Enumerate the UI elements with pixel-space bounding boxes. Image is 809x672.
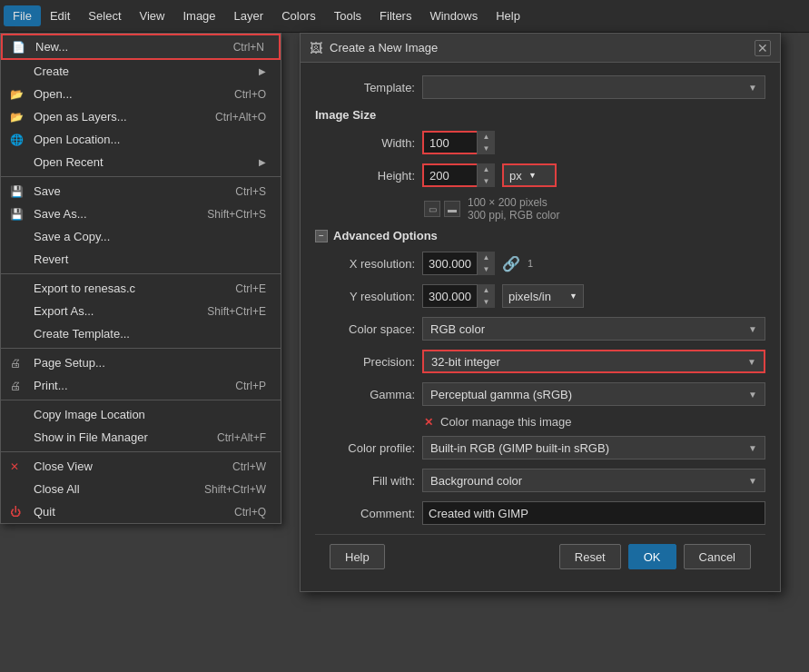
precision-arrow: ▼ — [747, 357, 756, 367]
open-icon: 📂 — [10, 88, 24, 101]
save-icon: 💾 — [10, 185, 24, 198]
menu-tools[interactable]: Tools — [325, 5, 370, 26]
dialog-body: Template: ▼ Image Size Width: ▲ ▼ Height… — [301, 63, 780, 591]
menu-item-export-as[interactable]: Export As... Shift+Ctrl+E — [1, 300, 281, 322]
menu-item-create-template[interactable]: Create Template... — [1, 322, 281, 345]
menu-item-copy-location[interactable]: Copy Image Location — [1, 403, 281, 426]
menu-item-new[interactable]: 📄 New... Ctrl+N — [1, 34, 281, 60]
color-profile-dropdown[interactable]: Built-in RGB (GIMP built-in sRGB) ▼ — [422, 436, 765, 460]
x-resolution-increment[interactable]: ▲ — [477, 252, 495, 263]
menu-item-quit[interactable]: ⏻ Quit Ctrl+Q — [1, 500, 281, 523]
width-decrement-button[interactable]: ▼ — [477, 143, 495, 154]
dialog-footer: Help Reset OK Cancel — [315, 534, 765, 578]
width-row: Width: ▲ ▼ — [315, 131, 765, 154]
menu-item-open[interactable]: 📂 Open... Ctrl+O — [1, 83, 281, 105]
menu-layer[interactable]: Layer — [225, 5, 273, 26]
close-view-icon: ✕ — [10, 460, 19, 473]
help-button[interactable]: Help — [330, 544, 385, 569]
menu-item-close-all[interactable]: Close All Shift+Ctrl+W — [1, 478, 281, 500]
dialog-titlebar: 🖼 Create a New Image ✕ — [301, 34, 780, 63]
menu-item-open-layers[interactable]: 📂 Open as Layers... Ctrl+Alt+O — [1, 105, 281, 128]
color-profile-value: Built-in RGB (GIMP built-in sRGB) — [430, 441, 609, 455]
precision-dropdown[interactable]: 32-bit integer ▼ — [422, 350, 765, 373]
menu-windows[interactable]: Windows — [420, 5, 487, 26]
x-resolution-decrement[interactable]: ▼ — [477, 263, 495, 275]
gamma-arrow: ▼ — [748, 390, 757, 400]
submenu-arrow-recent: ▶ — [259, 157, 266, 167]
menu-edit[interactable]: Edit — [41, 5, 79, 26]
submenu-arrow: ▶ — [259, 66, 266, 76]
save-as-icon: 💾 — [10, 208, 24, 221]
menu-item-save[interactable]: 💾 Save Ctrl+S — [1, 180, 281, 203]
height-row: Height: ▲ ▼ px ▼ — [315, 163, 765, 187]
cancel-button[interactable]: Cancel — [684, 544, 751, 569]
comment-input[interactable] — [422, 501, 765, 525]
color-profile-label: Color profile: — [315, 441, 415, 455]
menu-item-print[interactable]: 🖨 Print... Ctrl+P — [1, 374, 281, 397]
gamma-label: Gamma: — [315, 388, 415, 401]
gamma-dropdown[interactable]: Perceptual gamma (sRGB) ▼ — [422, 382, 765, 406]
gamma-value: Perceptual gamma (sRGB) — [430, 388, 572, 401]
height-spinbox: ▲ ▼ — [422, 163, 495, 187]
menu-help[interactable]: Help — [487, 5, 529, 26]
height-decrement-button[interactable]: ▼ — [477, 175, 495, 187]
unit-value: px — [509, 169, 522, 183]
color-space-dropdown[interactable]: RGB color ▼ — [422, 317, 765, 341]
fill-with-row: Fill with: Background color ▼ — [315, 469, 765, 492]
height-label: Height: — [315, 169, 415, 183]
height-increment-button[interactable]: ▲ — [477, 163, 495, 175]
width-increment-button[interactable]: ▲ — [477, 131, 495, 143]
menu-item-save-copy[interactable]: Save a Copy... — [1, 225, 281, 248]
menu-item-show-file-manager[interactable]: Show in File Manager Ctrl+Alt+F — [1, 426, 281, 449]
menu-item-page-setup[interactable]: 🖨 Page Setup... — [1, 351, 281, 374]
fill-with-label: Fill with: — [315, 474, 415, 488]
menu-filters[interactable]: Filters — [370, 5, 420, 26]
dialog-title-area: 🖼 Create a New Image — [310, 41, 438, 55]
info-line2: 300 ppi, RGB color — [468, 209, 559, 222]
advanced-collapse-button[interactable]: − — [315, 230, 328, 242]
menu-item-open-location[interactable]: 🌐 Open Location... — [1, 128, 281, 151]
page-setup-icon: 🖨 — [10, 357, 21, 370]
info-icons: ▭ ▬ — [424, 201, 460, 217]
open-layers-icon: 📂 — [10, 111, 24, 124]
menu-item-close-view[interactable]: ✕ Close View Ctrl+W — [1, 455, 281, 478]
separator-2 — [1, 273, 281, 274]
resolution-unit-dropdown[interactable]: pixels/in ▼ — [502, 284, 584, 308]
y-resolution-decrement[interactable]: ▼ — [477, 296, 495, 308]
info-text: 100 × 200 pixels 300 ppi, RGB color — [468, 196, 559, 222]
reset-button[interactable]: Reset — [559, 544, 621, 569]
ok-button[interactable]: OK — [628, 544, 676, 569]
menu-item-revert[interactable]: Revert — [1, 248, 281, 271]
menu-item-create[interactable]: Create ▶ — [1, 60, 281, 83]
resolution-info: 1 — [528, 258, 533, 269]
fill-with-dropdown[interactable]: Background color ▼ — [422, 469, 765, 492]
menu-file[interactable]: File — [4, 5, 41, 26]
menu-item-save-as[interactable]: 💾 Save As... Shift+Ctrl+S — [1, 203, 281, 225]
color-profile-row: Color profile: Built-in RGB (GIMP built-… — [315, 436, 765, 460]
template-dropdown-arrow: ▼ — [748, 83, 757, 93]
portrait-icon[interactable]: ▭ — [424, 201, 440, 217]
width-spinbox: ▲ ▼ — [422, 131, 495, 154]
precision-value: 32-bit integer — [431, 355, 500, 369]
color-space-arrow: ▼ — [748, 324, 757, 334]
advanced-options-header: − Advanced Options — [315, 229, 765, 242]
y-resolution-increment[interactable]: ▲ — [477, 284, 495, 296]
quit-icon: ⏻ — [10, 506, 21, 519]
landscape-icon[interactable]: ▬ — [444, 201, 460, 217]
dialog-title-text: Create a New Image — [330, 41, 438, 54]
fill-with-value: Background color — [430, 474, 522, 488]
menu-view[interactable]: View — [131, 5, 174, 26]
menu-colors[interactable]: Colors — [272, 5, 325, 26]
menu-item-export-renesas[interactable]: Export to renesas.c Ctrl+E — [1, 277, 281, 300]
menu-image[interactable]: Image — [173, 5, 224, 26]
print-icon: 🖨 — [10, 380, 21, 392]
x-resolution-spinbox: ▲ ▼ — [422, 252, 495, 275]
menu-item-open-recent[interactable]: Open Recent ▶ — [1, 151, 281, 173]
template-dropdown[interactable]: ▼ — [422, 75, 765, 99]
height-spinbox-buttons: ▲ ▼ — [477, 163, 495, 187]
unit-dropdown[interactable]: px ▼ — [502, 163, 557, 187]
y-resolution-label: Y resolution: — [315, 290, 415, 303]
color-manage-label: Color manage this image — [440, 415, 572, 429]
dialog-close-button[interactable]: ✕ — [755, 40, 771, 56]
menu-select[interactable]: Select — [79, 5, 130, 26]
